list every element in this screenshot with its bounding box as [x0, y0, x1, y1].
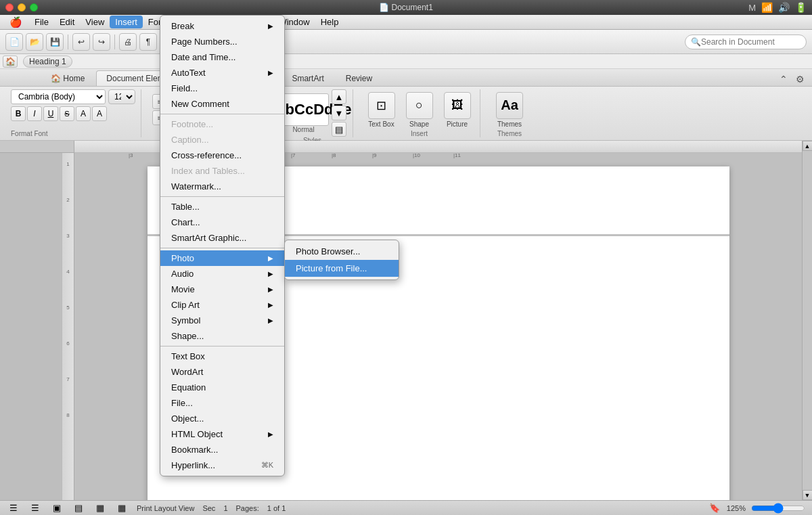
- bookmark-icon[interactable]: 🔖: [708, 501, 721, 515]
- search-area[interactable]: 🔍: [685, 35, 807, 49]
- insert-shape-btn[interactable]: ○ Shape: [403, 92, 436, 128]
- view-split-btn[interactable]: ▦: [93, 501, 107, 515]
- strikethrough-button[interactable]: S: [60, 106, 74, 121]
- insert-picture-btn[interactable]: 🖼 Picture: [441, 92, 474, 128]
- style-preview[interactable]: AaBbCcDdEe Normal: [278, 93, 329, 133]
- toolbar-print-btn[interactable]: 🖨: [119, 33, 137, 51]
- menu-edit[interactable]: Edit: [54, 16, 80, 28]
- menu-autotext[interactable]: AutoText ▶: [160, 65, 284, 81]
- toolbar-undo-btn[interactable]: ↩: [72, 33, 90, 51]
- zoom-slider[interactable]: [751, 505, 805, 512]
- toolbar-open-btn[interactable]: 📂: [26, 33, 43, 51]
- menu-help[interactable]: Help: [315, 16, 344, 28]
- view-list-btn[interactable]: ☰: [28, 501, 42, 515]
- menu-equation[interactable]: Equation: [160, 380, 284, 395]
- equation-label: Equation: [171, 382, 206, 393]
- highlight-button[interactable]: A: [76, 106, 91, 121]
- toolbar-pilcrow-btn[interactable]: ¶: [139, 33, 157, 51]
- menu-file[interactable]: File: [29, 16, 54, 28]
- menu-wordart[interactable]: WordArt: [160, 364, 284, 380]
- menu-chart[interactable]: Chart...: [160, 215, 284, 230]
- ribbon-content: Cambria (Body) 12 B I U S A A Format Fon…: [0, 87, 812, 141]
- menu-html-object[interactable]: HTML Object ▶: [160, 426, 284, 442]
- menu-page-numbers[interactable]: Page Numbers...: [160, 34, 284, 49]
- insert-group-label: Insert: [411, 130, 428, 137]
- menu-shape[interactable]: Shape...: [160, 328, 284, 344]
- right-scrollbar[interactable]: ▲ ▼: [802, 141, 812, 500]
- themes-button[interactable]: Aa Themes: [496, 92, 523, 128]
- menu-bar: 🍎 File Edit View Insert Format Font Tool…: [0, 15, 812, 30]
- clipart-label: Clip Art: [171, 300, 200, 310]
- style-up-btn[interactable]: ▲: [332, 89, 346, 104]
- color-button[interactable]: A: [92, 106, 107, 121]
- nav-home-btn[interactable]: 🏠: [3, 55, 18, 68]
- toolbar-new-btn[interactable]: 📄: [5, 33, 23, 51]
- menu-table[interactable]: Table...: [160, 199, 284, 215]
- ribbon-group-themes: Aa Themes Themes: [486, 89, 533, 137]
- insert-textbox-btn[interactable]: ⊡ Text Box: [365, 92, 399, 128]
- ribbon-collapse-btn[interactable]: ⌃: [777, 72, 790, 86]
- menu-text-box[interactable]: Text Box: [160, 349, 284, 364]
- separator-3: [160, 248, 284, 248]
- menu-symbol[interactable]: Symbol ▶: [160, 313, 284, 328]
- menu-audio[interactable]: Audio ▶: [160, 266, 284, 282]
- menu-smartart[interactable]: SmartArt Graphic...: [160, 230, 284, 246]
- menu-footnote: Footnote...: [160, 116, 284, 132]
- menu-field[interactable]: Field...: [160, 81, 284, 96]
- font-family-select[interactable]: Cambria (Body): [11, 89, 106, 104]
- title-bar-buttons: [5, 3, 38, 12]
- maximize-button[interactable]: [30, 3, 38, 12]
- menu-break[interactable]: Break ▶: [160, 18, 284, 34]
- tab-smartart[interactable]: SmartArt: [281, 70, 334, 86]
- picture-label: Picture: [447, 120, 468, 128]
- toolbar-save-btn[interactable]: 💾: [46, 33, 64, 51]
- style-down-btn[interactable]: ▼: [332, 106, 346, 120]
- menu-insert[interactable]: Insert: [110, 16, 143, 28]
- toolbar: 📄 📂 💾 ↩ ↪ 🖨 ¶ ▤ ▦ 125% ? 🔍: [0, 30, 812, 54]
- view-outline-btn[interactable]: ☰: [7, 501, 20, 515]
- menu-clipart[interactable]: Clip Art ▶: [160, 297, 284, 313]
- menu-file[interactable]: File...: [160, 395, 284, 411]
- style-expand-btn[interactable]: ▤: [332, 122, 346, 137]
- menu-date-time[interactable]: Date and Time...: [160, 49, 284, 65]
- search-input[interactable]: [701, 37, 800, 47]
- view-cols-btn[interactable]: ▦: [115, 501, 129, 515]
- separator-1: [160, 114, 284, 114]
- submenu-picture-from-file[interactable]: Picture from File...: [285, 260, 399, 277]
- audio-arrow: ▶: [268, 270, 273, 277]
- ribbon-settings-btn[interactable]: ⚙: [793, 72, 807, 86]
- menu-movie[interactable]: Movie ▶: [160, 282, 284, 297]
- apple-menu[interactable]: 🍎: [3, 15, 29, 30]
- tab-home[interactable]: 🏠 Home: [41, 70, 95, 86]
- audio-label: Audio: [171, 269, 194, 279]
- submenu-photo-browser[interactable]: Photo Browser...: [285, 243, 399, 260]
- font-size-select[interactable]: 12: [108, 89, 135, 104]
- movie-label: Movie: [171, 284, 195, 294]
- breadcrumb: Heading 1: [23, 55, 72, 68]
- menu-new-comment[interactable]: New Comment: [160, 96, 284, 112]
- italic-button[interactable]: I: [27, 106, 42, 121]
- menu-bookmark[interactable]: Bookmark...: [160, 442, 284, 457]
- tab-review[interactable]: Review: [336, 70, 382, 86]
- scroll-down-btn[interactable]: ▼: [803, 490, 813, 500]
- menu-photo[interactable]: Photo ▶: [160, 250, 284, 266]
- underline-button[interactable]: U: [43, 106, 58, 121]
- menu-watermark[interactable]: Watermark...: [160, 179, 284, 194]
- view-grid-btn[interactable]: ▣: [50, 501, 64, 515]
- bold-button[interactable]: B: [11, 106, 26, 121]
- menu-cross-ref[interactable]: Cross-reference...: [160, 148, 284, 163]
- close-button[interactable]: [5, 3, 14, 12]
- scroll-up-btn[interactable]: ▲: [803, 141, 813, 151]
- doc-icon: 📄: [379, 3, 391, 12]
- minimize-button[interactable]: [18, 3, 26, 12]
- menu-object[interactable]: Object...: [160, 411, 284, 426]
- breadcrumb-heading[interactable]: Heading 1: [23, 55, 72, 68]
- view-doc-btn[interactable]: ▤: [72, 501, 85, 515]
- volume-icon: 🔊: [778, 2, 790, 13]
- ribbon-tabs: 🏠 Home Document Elements Tables Charts S…: [0, 69, 812, 87]
- photo-label: Photo: [171, 253, 194, 263]
- style-name: Normal: [292, 126, 314, 133]
- menu-hyperlink[interactable]: Hyperlink... ⌘K: [160, 457, 284, 473]
- menu-view[interactable]: View: [80, 16, 110, 28]
- toolbar-redo-btn[interactable]: ↪: [93, 33, 110, 51]
